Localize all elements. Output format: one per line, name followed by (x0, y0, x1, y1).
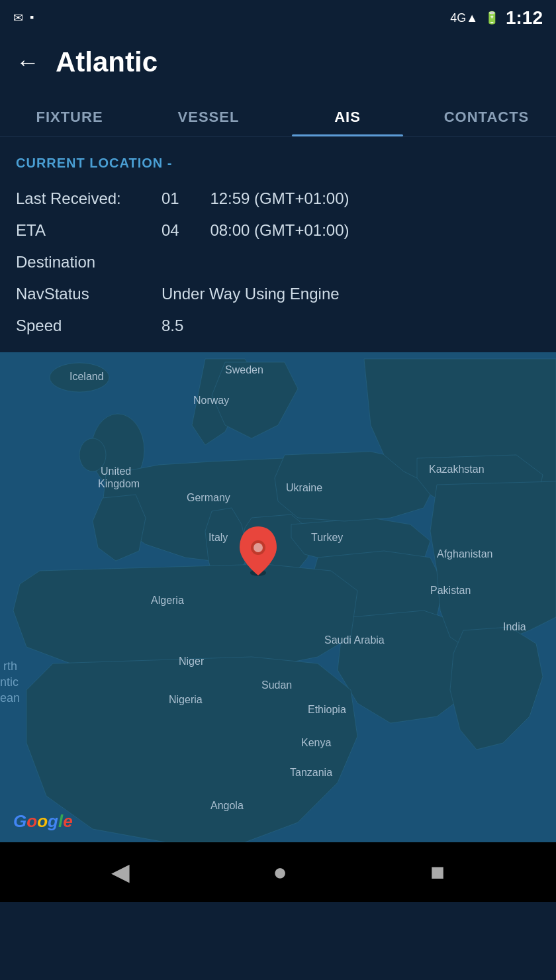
map-label-atlantic2: ntic (0, 675, 19, 689)
last-received-value: 01 12:59 (GMT+01:00) (162, 189, 349, 208)
map-label-kazakhstan: Kazakhstan (429, 464, 485, 475)
map-label-kenya: Kenya (301, 737, 331, 748)
speed-label: Speed (16, 317, 162, 335)
map-label-tanzania: Tanzania (290, 767, 332, 778)
map-label-afghanistan: Afghanistan (437, 548, 493, 560)
map-label-uk: United (101, 466, 131, 477)
map-label-atlantic3: ean (0, 691, 20, 705)
navstatus-row: NavStatus Under Way Using Engine (16, 278, 540, 310)
page-title: Atlantic (56, 46, 158, 78)
map-label-nigeria: Nigeria (169, 694, 203, 705)
eta-time: 08:00 (GMT+01:00) (210, 221, 349, 239)
status-time: 1:12 (506, 7, 543, 28)
back-button[interactable]: ← (16, 50, 40, 74)
left-status-icons: ✉ ▪ (13, 11, 34, 25)
last-received-label: Last Received: (16, 189, 162, 208)
map-label-pakistan: Pakistan (430, 585, 471, 596)
eta-date: 04 (162, 221, 179, 239)
tab-contacts[interactable]: CONTACTS (417, 94, 556, 136)
map-label-iceland: Iceland (70, 371, 104, 382)
last-received-row: Last Received: 01 12:59 (GMT+01:00) (16, 183, 540, 215)
speed-row: Speed 8.5 (16, 310, 540, 342)
map-label-niger: Niger (179, 656, 205, 667)
ais-content: CURRENT LOCATION - Last Received: 01 12:… (0, 137, 556, 352)
status-bar: ✉ ▪ 4G▲ 🔋 1:12 (0, 0, 556, 36)
tab-vessel[interactable]: VESSEL (139, 94, 278, 136)
map-label-germany: Germany (187, 492, 230, 503)
eta-value: 04 08:00 (GMT+01:00) (162, 221, 349, 240)
tab-fixture[interactable]: FIXTURE (0, 94, 139, 136)
speed-value: 8.5 (162, 317, 183, 335)
map-label-angola: Angola (210, 800, 244, 811)
google-logo: Google (13, 811, 73, 832)
svg-marker-18 (430, 481, 556, 650)
map-label-sweden: Sweden (225, 364, 263, 375)
eta-label: ETA (16, 221, 162, 240)
header: ← Atlantic (0, 36, 556, 94)
navstatus-value: Under Way Using Engine (162, 285, 340, 303)
map-label-uk2: Kingdom (98, 478, 140, 489)
last-received-date: 01 (162, 189, 179, 207)
destination-label: Destination (16, 253, 162, 271)
tab-ais[interactable]: AIS (278, 94, 417, 136)
battery-icon: 🔋 (485, 11, 499, 25)
map-label-turkey: Turkey (311, 532, 343, 543)
map-container[interactable]: Iceland Sweden Norway United Kingdom Ger… (0, 352, 556, 842)
signal-icon: 4G▲ (450, 11, 478, 25)
back-nav-button[interactable]: ◀ (111, 858, 130, 886)
section-title: CURRENT LOCATION - (16, 156, 540, 171)
map-label-italy: Italy (208, 532, 228, 543)
map-label-saudi: Saudi Arabia (324, 634, 385, 646)
home-nav-button[interactable]: ● (273, 858, 287, 886)
map-label-algeria: Algeria (151, 595, 184, 606)
destination-row: Destination (16, 246, 540, 278)
eta-row: ETA 04 08:00 (GMT+01:00) (16, 215, 540, 246)
bottom-nav: ◀ ● ■ (0, 842, 556, 902)
tab-bar: FIXTURE VESSEL AIS CONTACTS (0, 94, 556, 137)
map-label-ethiopia: Ethiopia (308, 704, 346, 715)
map-label-atlantic: rth (3, 660, 17, 673)
recent-nav-button[interactable]: ■ (430, 858, 445, 886)
map-label-sudan: Sudan (261, 679, 292, 691)
last-received-time: 12:59 (GMT+01:00) (210, 189, 349, 207)
email-icon: ✉ (13, 11, 23, 25)
map-label-norway: Norway (193, 395, 229, 406)
map-label-ukraine: Ukraine (286, 482, 322, 493)
sim-icon: ▪ (30, 11, 34, 25)
svg-point-22 (254, 543, 263, 552)
map-label-india: India (503, 621, 526, 632)
navstatus-label: NavStatus (16, 285, 162, 303)
map-svg: Iceland Sweden Norway United Kingdom Ger… (0, 352, 556, 842)
